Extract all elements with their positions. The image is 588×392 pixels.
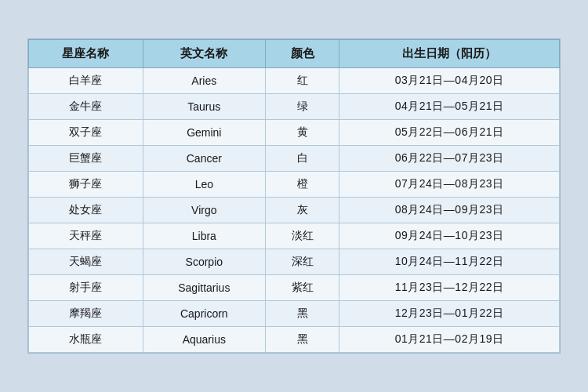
table-row: 天秤座Libra淡红09月24日—10月23日	[29, 223, 560, 249]
cell-date: 10月24日—11月22日	[339, 249, 560, 275]
table-row: 双子座Gemini黄05月22日—06月21日	[29, 120, 560, 146]
cell-english-name: Taurus	[143, 94, 265, 120]
cell-chinese-name: 处女座	[29, 198, 143, 223]
cell-chinese-name: 天秤座	[29, 223, 143, 249]
cell-date: 06月22日—07月23日	[339, 146, 560, 172]
cell-date: 04月21日—05月21日	[339, 94, 560, 120]
zodiac-table-container: 星座名称 英文名称 颜色 出生日期（阳历） 白羊座Aries红03月21日—04…	[27, 38, 561, 354]
table-row: 白羊座Aries红03月21日—04月20日	[29, 68, 560, 94]
table-row: 处女座Virgo灰08月24日—09月23日	[29, 198, 560, 223]
cell-date: 07月24日—08月23日	[339, 172, 560, 198]
cell-color: 淡红	[265, 223, 339, 249]
cell-color: 黑	[265, 301, 339, 327]
cell-english-name: Libra	[143, 223, 265, 249]
cell-color: 红	[265, 68, 339, 94]
table-row: 摩羯座Capricorn黑12月23日—01月22日	[29, 301, 560, 327]
table-header-row: 星座名称 英文名称 颜色 出生日期（阳历）	[29, 40, 560, 68]
header-english-name: 英文名称	[143, 40, 265, 68]
cell-date: 11月23日—12月22日	[339, 275, 560, 301]
cell-chinese-name: 金牛座	[29, 94, 143, 120]
cell-english-name: Sagittarius	[143, 275, 265, 301]
cell-color: 白	[265, 146, 339, 172]
cell-chinese-name: 天蝎座	[29, 249, 143, 275]
cell-date: 01月21日—02月19日	[339, 327, 560, 353]
cell-english-name: Aries	[143, 68, 265, 94]
cell-chinese-name: 白羊座	[29, 68, 143, 94]
cell-english-name: Gemini	[143, 120, 265, 146]
header-chinese-name: 星座名称	[29, 40, 143, 68]
table-row: 金牛座Taurus绿04月21日—05月21日	[29, 94, 560, 120]
header-birthdate: 出生日期（阳历）	[339, 40, 560, 68]
table-row: 射手座Sagittarius紫红11月23日—12月22日	[29, 275, 560, 301]
cell-date: 03月21日—04月20日	[339, 68, 560, 94]
cell-color: 灰	[265, 198, 339, 223]
cell-chinese-name: 巨蟹座	[29, 146, 143, 172]
cell-color: 紫红	[265, 275, 339, 301]
cell-chinese-name: 双子座	[29, 120, 143, 146]
cell-english-name: Virgo	[143, 198, 265, 223]
cell-color: 深红	[265, 249, 339, 275]
table-row: 天蝎座Scorpio深红10月24日—11月22日	[29, 249, 560, 275]
cell-date: 09月24日—10月23日	[339, 223, 560, 249]
cell-chinese-name: 狮子座	[29, 172, 143, 198]
table-row: 水瓶座Aquarius黑01月21日—02月19日	[29, 327, 560, 353]
cell-color: 绿	[265, 94, 339, 120]
cell-date: 08月24日—09月23日	[339, 198, 560, 223]
cell-english-name: Leo	[143, 172, 265, 198]
cell-chinese-name: 摩羯座	[29, 301, 143, 327]
cell-date: 12月23日—01月22日	[339, 301, 560, 327]
cell-chinese-name: 射手座	[29, 275, 143, 301]
cell-color: 黑	[265, 327, 339, 353]
cell-english-name: Capricorn	[143, 301, 265, 327]
cell-chinese-name: 水瓶座	[29, 327, 143, 353]
cell-english-name: Aquarius	[143, 327, 265, 353]
header-color: 颜色	[265, 40, 339, 68]
table-row: 巨蟹座Cancer白06月22日—07月23日	[29, 146, 560, 172]
cell-date: 05月22日—06月21日	[339, 120, 560, 146]
cell-color: 橙	[265, 172, 339, 198]
table-row: 狮子座Leo橙07月24日—08月23日	[29, 172, 560, 198]
zodiac-table: 星座名称 英文名称 颜色 出生日期（阳历） 白羊座Aries红03月21日—04…	[28, 39, 560, 353]
cell-english-name: Cancer	[143, 146, 265, 172]
cell-color: 黄	[265, 120, 339, 146]
cell-english-name: Scorpio	[143, 249, 265, 275]
